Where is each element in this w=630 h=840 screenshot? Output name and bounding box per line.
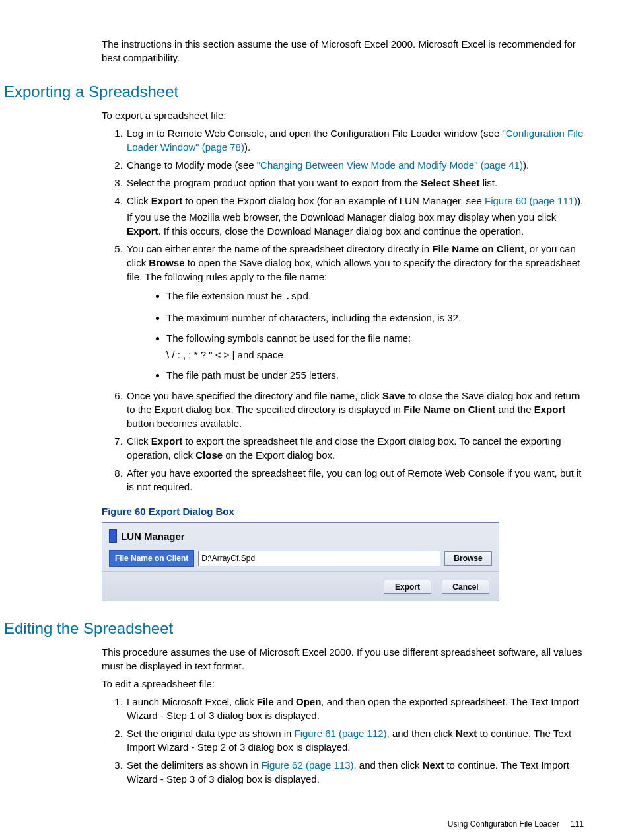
heading-editing: Editing the Spreadsheet	[4, 617, 584, 640]
edit-steps-list: Launch Microsoft Excel, click File and O…	[102, 695, 584, 786]
bold-next: Next	[456, 728, 477, 739]
text: to open the Save dialog box, which allow…	[127, 257, 580, 282]
bold-export-2: Export	[127, 225, 158, 237]
link-modify-mode[interactable]: "Changing Between View Mode and Modify M…	[257, 159, 523, 171]
text: to export the spreadsheet file and close…	[127, 436, 561, 461]
section2-lead1: This procedure assumes the use of Micros…	[102, 645, 584, 673]
step-5: You can either enter the name of the spr…	[125, 242, 584, 382]
browse-button[interactable]: Browse	[444, 551, 492, 566]
dialog-title-text: LUN Manager	[121, 529, 185, 543]
bullet-extension: The file extension must be .spd.	[166, 289, 584, 304]
text: button becomes available.	[127, 418, 242, 429]
intro-paragraph: The instructions in this section assume …	[102, 37, 584, 65]
text: ).	[523, 159, 529, 171]
text: ).	[577, 195, 583, 206]
code-spd: .spd	[285, 291, 308, 303]
symbols-line: \ / : , ; * ? " < > | and space	[166, 348, 584, 362]
text: Set the original data type as shown in	[127, 728, 295, 739]
text: ).	[244, 141, 250, 153]
step-2: Change to Modify mode (see "Changing Bet…	[125, 158, 584, 172]
page-number: 111	[571, 820, 584, 829]
text: The file extension must be	[166, 290, 285, 301]
text: You can either enter the name of the spr…	[127, 243, 432, 254]
bullet-maxchars: The maximum number of characters, includ…	[166, 311, 584, 325]
text: list.	[479, 177, 497, 188]
bold-export-4: Export	[151, 436, 183, 447]
bold-export: Export	[151, 195, 183, 206]
text: Set the delimiters as shown in	[127, 759, 261, 771]
edit-step-3: Set the delimiters as shown in Figure 62…	[125, 758, 584, 786]
bold-export-3: Export	[534, 404, 566, 415]
text: Log in to Remote Web Console, and open t…	[127, 128, 502, 139]
bold-open: Open	[296, 696, 321, 707]
file-name-input[interactable]	[198, 551, 440, 566]
edit-step-1: Launch Microsoft Excel, click File and O…	[125, 695, 584, 722]
bullet-symbols: The following symbols cannot be used for…	[166, 331, 584, 362]
text: Click	[127, 195, 151, 206]
step-7: Click Export to export the spreadsheet f…	[125, 434, 584, 462]
text: If you use the Mozilla web browser, the …	[127, 211, 556, 223]
text: Launch Microsoft Excel, click	[127, 696, 257, 707]
bold-next-2: Next	[423, 759, 444, 771]
bullet-path-length: The file path must be under 255 letters.	[166, 368, 584, 382]
step-4: Click Export to open the Export dialog b…	[125, 194, 584, 238]
export-steps-list: Log in to Remote Web Console, and open t…	[102, 126, 584, 494]
bold-browse: Browse	[149, 257, 184, 268]
text: Click	[127, 436, 151, 447]
file-name-label: File Name on Client	[109, 550, 194, 568]
section1-lead: To export a spreadsheet file:	[102, 108, 584, 122]
bold-filename-client: File Name on Client	[432, 243, 524, 254]
bold-close: Close	[195, 449, 223, 461]
footer-text: Using Configuration File Loader	[448, 820, 559, 829]
heading-exporting: Exporting a Spreadsheet	[4, 81, 584, 103]
text: on the Export dialog box.	[223, 449, 335, 461]
export-button[interactable]: Export	[384, 580, 431, 594]
text: The following symbols cannot be used for…	[166, 332, 411, 344]
text: to open the Export dialog box (for an ex…	[182, 195, 485, 206]
text: , and then click	[387, 728, 456, 739]
step-3: Select the program product option that y…	[125, 176, 584, 190]
section2-lead2: To edit a spreadsheet file:	[102, 677, 584, 691]
link-figure-61[interactable]: Figure 61 (page 112)	[295, 728, 387, 739]
bold-filename-client-2: File Name on Client	[403, 404, 495, 415]
text: , and then click	[354, 759, 423, 771]
step-6: Once you have specified the directory an…	[125, 389, 584, 430]
text: Change to Modify mode (see	[127, 159, 257, 171]
export-dialog-box: LUN Manager File Name on Client Browse E…	[102, 522, 499, 602]
figure-60-caption: Figure 60 Export Dialog Box	[102, 504, 584, 518]
step-1: Log in to Remote Web Console, and open t…	[125, 126, 584, 154]
bold-save: Save	[382, 390, 405, 401]
text: and	[274, 696, 296, 707]
link-figure-60[interactable]: Figure 60 (page 111)	[485, 195, 577, 206]
bold-file: File	[257, 696, 274, 707]
dialog-title: LUN Manager	[109, 529, 492, 543]
step-8: After you have exported the spreadsheet …	[125, 466, 584, 494]
cancel-button[interactable]: Cancel	[442, 580, 489, 594]
text: . If this occurs, close the Download Man…	[158, 225, 524, 237]
text: Once you have specified the directory an…	[127, 390, 382, 401]
page-footer: Using Configuration File Loader 111	[53, 819, 584, 830]
link-figure-62[interactable]: Figure 62 (page 113)	[261, 759, 353, 771]
filename-rules-list: The file extension must be .spd. The max…	[166, 289, 584, 382]
text: Select the program product option that y…	[127, 177, 421, 188]
text: .	[308, 290, 311, 301]
app-icon	[109, 529, 117, 543]
edit-step-2: Set the original data type as shown in F…	[125, 726, 584, 754]
bold-select-sheet: Select Sheet	[421, 177, 479, 188]
text: and the	[495, 404, 534, 415]
